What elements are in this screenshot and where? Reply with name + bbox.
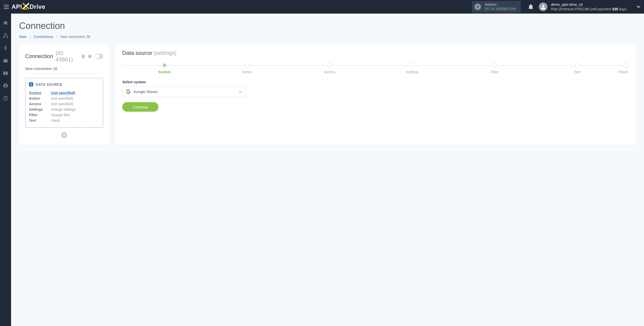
google-sheets-icon	[126, 90, 131, 94]
wizard-dot	[327, 63, 332, 67]
right-card-title-row: Data source (settings)	[122, 50, 629, 56]
user-menu[interactable]: demo_apix-drive_s3 Plan |Premium PRO| le…	[539, 2, 640, 11]
breadcrumb-connections[interactable]: Connections	[34, 35, 53, 39]
nav-briefcase[interactable]	[0, 57, 11, 64]
wizard-step-label: Test	[574, 70, 581, 74]
info-icon	[474, 4, 481, 10]
main-content: Connection Main / Connections / New conn…	[11, 14, 644, 326]
step-title: DATA SOURCE	[36, 83, 62, 87]
wizard-dot	[162, 63, 167, 67]
data-source-row-access[interactable]: Access(not specified)	[29, 101, 99, 107]
row-value: (not specified)	[51, 96, 73, 100]
data-source-row-system[interactable]: System(not specified)	[29, 90, 99, 96]
breadcrumb-current: New connection 26	[60, 35, 90, 39]
wizard-step-label: Filter	[491, 70, 499, 74]
continue-button[interactable]: Continue	[122, 102, 158, 112]
wizard-step-settings[interactable]: Settings	[371, 63, 453, 74]
connection-enable-toggle[interactable]	[94, 54, 103, 59]
wizard-step-system[interactable]: System	[123, 63, 206, 74]
wizard-dot	[575, 63, 580, 67]
data-source-row-test[interactable]: Testcheck	[29, 118, 99, 123]
gear-icon	[88, 54, 92, 58]
wizard-step-access[interactable]: Access	[288, 63, 371, 74]
row-key: Settings	[29, 107, 51, 111]
add-step-button[interactable]: +	[61, 132, 67, 138]
brand-text-left: API	[12, 3, 22, 10]
wizard-dot	[492, 63, 497, 67]
wizard-step-test[interactable]: Test	[536, 63, 619, 74]
hamburger-button[interactable]	[3, 3, 10, 11]
select-system-dropdown[interactable]: Google Sheets	[122, 87, 246, 97]
data-source-row-settings[interactable]: Settingschange settings	[29, 107, 99, 112]
chevron-down-icon	[636, 6, 640, 8]
wizard-steps: SystemActionAccessSettingsFilterTestFini…	[122, 63, 629, 74]
brand-text-right: Drive	[30, 3, 46, 10]
wizard-dot	[623, 63, 628, 67]
row-value: change settings	[51, 107, 76, 111]
nav-connections[interactable]	[0, 32, 11, 39]
user-info-text: demo_apix-drive_s3 Plan |Premium PRO| le…	[551, 2, 626, 11]
nav-billing[interactable]	[0, 45, 11, 51]
page-title: Connection	[19, 21, 636, 31]
wizard-step-label: Finish	[619, 70, 628, 74]
select-system-label: Select system	[122, 80, 629, 84]
step-number-badge: 1	[29, 82, 33, 87]
svg-point-0	[477, 5, 478, 6]
user-menu-caret[interactable]	[636, 5, 640, 9]
svg-point-2	[542, 5, 544, 7]
nav-help[interactable]	[0, 95, 11, 102]
actions-counter-panel[interactable]: Actions: 257 of 100'000 (0%)	[472, 1, 521, 13]
plan-days-suffix: days	[618, 7, 626, 11]
svg-rect-5	[7, 37, 8, 38]
wizard-step-label: Access	[324, 70, 335, 74]
copy-id-button[interactable]	[82, 54, 85, 59]
connection-id-label: (ID: 43661)	[56, 50, 79, 63]
data-source-row-filter[interactable]: Filterchange filter	[29, 112, 99, 118]
notifications-button[interactable]	[526, 4, 536, 10]
svg-point-11	[5, 99, 6, 100]
actions-of: of	[491, 7, 495, 11]
svg-rect-6	[4, 60, 8, 62]
actions-count: 257	[485, 7, 490, 11]
right-card-title: Data source	[122, 50, 152, 56]
wizard-dot	[410, 63, 414, 67]
breadcrumb: Main / Connections / New connection 26	[19, 35, 636, 39]
question-circle-icon	[3, 96, 8, 101]
row-key: Access	[29, 102, 51, 106]
wizard-step-finish[interactable]: Finish	[619, 63, 628, 74]
wizard-step-label: Action	[242, 70, 252, 74]
dollar-icon	[3, 45, 8, 51]
row-value: change filter	[51, 113, 70, 117]
sitemap-icon	[3, 33, 8, 38]
row-value: (not specified)	[51, 102, 73, 106]
nav-video[interactable]	[0, 70, 11, 76]
nav-home[interactable]	[0, 20, 11, 26]
plan-days: 339	[612, 7, 618, 11]
row-key: Filter	[29, 113, 51, 117]
chevron-down-icon	[239, 91, 242, 93]
brand-logo[interactable]: API Drive	[12, 3, 45, 11]
svg-point-9	[5, 84, 6, 86]
user-name: demo_apix-drive_s3	[551, 2, 626, 7]
breadcrumb-main[interactable]: Main	[19, 35, 27, 39]
data-source-row-action[interactable]: Action(not specified)	[29, 96, 99, 101]
connection-name: New connection 26	[25, 63, 103, 73]
wizard-step-action[interactable]: Action	[206, 63, 288, 74]
row-key: System	[29, 91, 51, 95]
actions-label: Actions:	[485, 3, 516, 7]
avatar-icon	[539, 3, 547, 11]
wizard-step-filter[interactable]: Filter	[453, 63, 536, 74]
settings-gear-button[interactable]	[88, 54, 92, 58]
data-source-settings-card: Data source (settings) SystemActionAcces…	[115, 44, 636, 145]
user-circle-icon	[3, 83, 8, 89]
right-card-subtitle: (settings)	[154, 50, 176, 56]
plan-prefix: Plan |Premium PRO| left until payment	[551, 7, 612, 11]
nav-account[interactable]	[0, 83, 11, 89]
row-value: check	[51, 118, 60, 123]
dropdown-caret	[239, 90, 242, 94]
row-key: Test	[29, 118, 51, 123]
connection-card-title: Connection	[25, 53, 53, 60]
home-icon	[3, 20, 8, 26]
row-key: Action	[29, 96, 51, 100]
left-nav-rail	[0, 14, 11, 326]
